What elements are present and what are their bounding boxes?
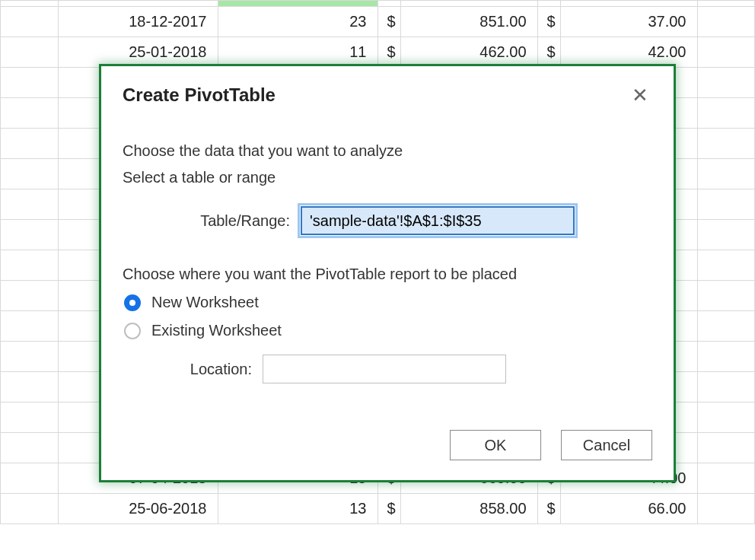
- table-range-label: Table/Range:: [123, 212, 290, 230]
- ok-button[interactable]: OK: [450, 430, 541, 460]
- select-table-label: Select a table or range: [123, 169, 652, 186]
- cell-currency-symbol[interactable]: $: [537, 7, 560, 37]
- radio-new-worksheet-label: New Worksheet: [151, 294, 259, 311]
- cell-currency-value[interactable]: 66.00: [560, 494, 697, 524]
- table-row[interactable]: 25-01-201811$462.00$42.00: [1, 37, 755, 68]
- cell-date[interactable]: 18-12-2017: [58, 7, 218, 37]
- dialog-title: Create PivotTable: [123, 84, 276, 106]
- radio-existing-worksheet[interactable]: [124, 323, 141, 339]
- radio-new-worksheet[interactable]: [124, 294, 141, 311]
- cell-currency-value[interactable]: 42.00: [560, 37, 697, 68]
- create-pivottable-dialog: Create PivotTable ✕ Choose the data that…: [99, 64, 676, 482]
- cell-number[interactable]: 13: [218, 494, 378, 524]
- cell-number[interactable]: 11: [218, 37, 378, 68]
- cell-currency-value[interactable]: 851.00: [400, 7, 537, 37]
- radio-existing-worksheet-label: Existing Worksheet: [151, 322, 282, 339]
- cancel-button[interactable]: Cancel: [561, 430, 652, 460]
- cell-number[interactable]: 23: [218, 7, 378, 37]
- table-row[interactable]: 18-12-201723$851.00$37.00: [1, 7, 755, 37]
- table-row[interactable]: 25-06-201813$858.00$66.00: [1, 494, 755, 524]
- cell-date[interactable]: 25-06-2018: [58, 494, 218, 524]
- choose-data-label: Choose the data that you want to analyze: [123, 142, 652, 160]
- choose-place-label: Choose where you want the PivotTable rep…: [123, 266, 652, 283]
- cell-currency-value[interactable]: 37.00: [560, 7, 697, 37]
- cell-date[interactable]: 25-01-2018: [58, 37, 218, 68]
- cell-currency-symbol[interactable]: $: [378, 7, 400, 37]
- location-label: Location:: [161, 361, 252, 378]
- cell-currency-symbol[interactable]: $: [537, 37, 560, 68]
- table-range-input[interactable]: [301, 206, 575, 235]
- location-input[interactable]: [263, 355, 506, 383]
- cell-currency-symbol[interactable]: $: [537, 494, 560, 524]
- cell-currency-symbol[interactable]: $: [378, 494, 400, 524]
- cell-currency-value[interactable]: 462.00: [400, 37, 537, 68]
- close-icon[interactable]: ✕: [628, 83, 652, 107]
- cell-currency-value[interactable]: 858.00: [400, 494, 537, 524]
- cell-currency-symbol[interactable]: $: [378, 37, 400, 68]
